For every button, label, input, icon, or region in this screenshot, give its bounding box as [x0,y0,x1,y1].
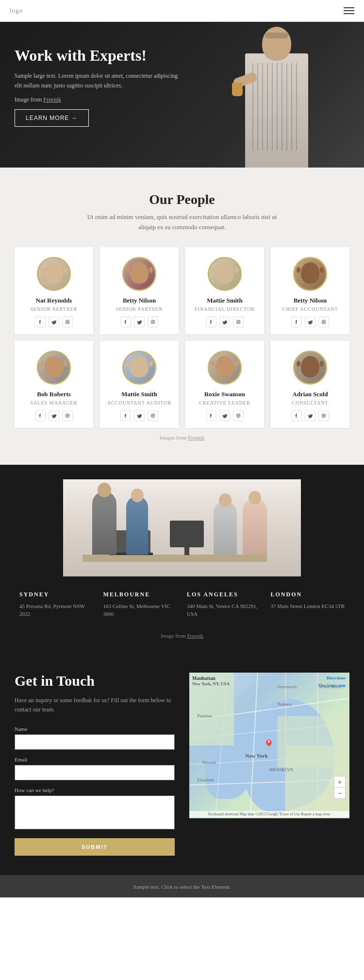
facebook-icon[interactable] [291,410,302,421]
office-address: 163 Collins St, Melbourne VIC 3000 [103,602,178,618]
facebook-icon[interactable] [120,410,131,421]
message-textarea[interactable] [15,795,175,829]
twitter-icon[interactable] [305,317,315,327]
facebook-icon[interactable] [291,317,302,327]
map-title-label: Manhattan [192,676,215,681]
instagram-icon[interactable] [148,317,158,327]
svg-point-8 [239,321,240,321]
map-zoom-in[interactable]: + [334,777,345,787]
instagram-icon[interactable] [318,410,329,421]
contact-form-area: Get in Touch Have an inquiry or some fee… [15,673,175,856]
logo: logo [10,7,23,15]
submit-button[interactable]: SUBMIT [15,838,175,856]
hero-freepik-link[interactable]: Freepik [43,96,61,103]
person-name: Mattie Smith [191,297,258,304]
person-role: SENIOR PARTNER [106,306,173,312]
map-subtitle-label: New York, NY, USA [192,681,230,686]
people-subtitle: Ut enim ad minim veniam, quis nostrud ex… [80,212,284,233]
person-role: CHIEF ACCOUNTANT [277,306,344,312]
contact-title: Get in Touch [15,673,175,689]
person-name: Roxie Swanson [191,390,258,398]
twitter-icon[interactable] [134,410,145,421]
dark-credit: Image from Freepik [0,628,364,653]
instagram-icon[interactable] [233,317,244,327]
instagram-icon[interactable] [148,410,158,421]
map-zoom-out[interactable]: − [334,788,345,798]
facebook-icon[interactable] [206,410,216,421]
facebook-icon[interactable] [120,317,131,327]
person-card: Betty Nilson SENIOR PARTNER [100,247,179,334]
instagram-icon[interactable] [233,410,244,421]
map-attribution: Keyboard shortcuts Map data ©2013 Google… [189,811,349,817]
instagram-icon[interactable] [62,317,73,327]
svg-point-16 [152,415,154,416]
person-avatar [122,257,156,291]
person-social [277,410,344,421]
person-role: FINANCIAL DIRECTOR [191,306,258,312]
person-social [191,317,258,327]
images-freepik-link[interactable]: Freepik [188,435,205,440]
twitter-icon[interactable] [134,317,145,327]
svg-point-23 [325,414,325,415]
svg-rect-18 [237,414,240,417]
svg-point-20 [239,414,240,415]
person-social [20,317,87,327]
office-address: 37 Main Street London EC34 5TB [271,602,345,610]
person-role: CONSULTANT [277,400,344,406]
twitter-icon[interactable] [219,410,230,421]
office-address: 340 Main St, Venice CA 902291, USA [187,602,261,618]
person-name: Bob Roberts [20,390,87,398]
our-people-section: Our People Ut enim ad minim veniam, quis… [0,168,364,465]
person-name: Mattie Smith [106,390,173,398]
hero-image-credit: Image from Freepik [15,95,180,104]
facebook-icon[interactable] [35,410,46,421]
office-item: MELBOURNE 163 Collins St, Melbourne VIC … [99,591,182,618]
map-directions-label[interactable]: Directions [327,676,346,680]
twitter-icon[interactable] [49,317,59,327]
person-social [20,410,87,421]
hero-title: Work with Experts! [15,46,180,65]
person-avatar [293,351,327,385]
svg-point-7 [238,321,239,322]
instagram-icon[interactable] [318,317,329,327]
learn-more-button[interactable]: LEARN MORE → [15,109,89,127]
twitter-icon[interactable] [305,410,315,421]
dark-freepik-link[interactable]: Freepik [187,633,203,639]
person-avatar [293,257,327,291]
map-controls: + − [334,776,346,799]
twitter-icon[interactable] [49,410,59,421]
facebook-icon[interactable] [35,317,46,327]
header: logo [0,0,364,22]
map-elizabeth-label: Elizabeth [198,777,214,782]
email-field-group: Email [15,757,175,780]
hero-section: Work with Experts! Sample large text. Lo… [0,22,364,168]
office-item: LONDON 37 Main Street London EC34 5TB [266,591,350,618]
svg-point-22 [323,415,325,416]
map-yonkers-label: Yonkers [278,702,292,707]
contact-section: Get in Touch Have an inquiry or some fee… [0,653,364,875]
person-card: Bob Roberts SALES MANAGER [15,341,93,428]
person-avatar [208,257,242,291]
person-avatar [208,351,242,385]
person-social [106,317,173,327]
instagram-icon[interactable] [62,410,73,421]
name-input[interactable] [15,734,175,750]
facebook-icon[interactable] [206,317,216,327]
office-item: SYDNEY 45 Pirrama Rd, Pyrmont NSW 2022 [15,591,99,618]
office-address: 45 Pirrama Rd, Pyrmont NSW 2022 [19,602,94,618]
person-name: Betty Nilson [106,297,173,304]
person-social [191,410,258,421]
twitter-icon[interactable] [219,317,230,327]
person-role: CREATIVE LEADER [191,400,258,406]
person-social [277,317,344,327]
svg-point-19 [238,415,239,416]
contact-map-area: Manhattan New York, NY, USA Directions V… [189,673,349,818]
person-avatar [122,351,156,385]
hamburger-menu[interactable] [344,7,354,14]
person-card: Mattie Smith FINANCIAL DIRECTOR [185,247,264,334]
people-grid: Nat Reynolds SENIOR PARTNER Bett [15,247,349,428]
map[interactable]: Manhattan New York, NY, USA Directions V… [189,673,349,818]
message-label: How can we help? [15,787,175,793]
person-name: Betty Nilson [277,297,344,304]
email-input[interactable] [15,765,175,780]
